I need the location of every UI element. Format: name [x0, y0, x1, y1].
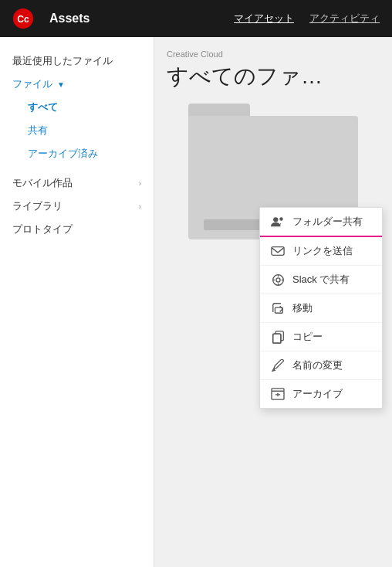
menu-icon-2 — [271, 273, 285, 287]
main-layout: 最近使用したファイル ファイル ▼ すべて 共有 アーカイブ済み モバイル作品 … — [0, 37, 392, 567]
sidebar: 最近使用したファイル ファイル ▼ すべて 共有 アーカイブ済み モバイル作品 … — [0, 37, 154, 567]
context-menu-item-6[interactable]: アーカイブ — [260, 380, 382, 408]
sidebar-subitem-shared[interactable]: 共有 — [0, 119, 154, 142]
sidebar-item-mobile[interactable]: モバイル作品 › — [0, 171, 154, 195]
context-menu-item-5[interactable]: 名前の変更 — [260, 351, 382, 380]
menu-label-3: 移動 — [292, 301, 313, 315]
menu-icon-0 — [271, 215, 285, 229]
context-menu-item-0[interactable]: フォルダー共有 — [260, 208, 382, 237]
chevron-down-icon: ▼ — [57, 80, 65, 89]
menu-label-2: Slack で共有 — [292, 273, 350, 287]
svg-rect-15 — [272, 334, 280, 343]
menu-label-6: アーカイブ — [292, 387, 343, 401]
page-title: すべてのファ… — [167, 62, 380, 91]
menu-label-5: 名前の変更 — [292, 358, 343, 372]
svg-point-8 — [275, 277, 279, 281]
sidebar-item-recent[interactable]: 最近使用したファイル — [0, 49, 154, 73]
nav-tab-my-assets[interactable]: マイアセット — [234, 8, 294, 29]
sidebar-subitem-archived[interactable]: アーカイブ済み — [0, 142, 154, 165]
chevron-right-icon: › — [139, 179, 141, 188]
nav-tab-activity[interactable]: アクティビティ — [309, 8, 380, 29]
context-menu-item-3[interactable]: 移動 — [260, 294, 382, 323]
svg-point-3 — [279, 217, 283, 221]
breadcrumb: Creative Cloud — [167, 49, 380, 59]
menu-icon-6 — [271, 387, 285, 401]
svg-rect-4 — [272, 247, 284, 256]
menu-icon-4 — [271, 330, 285, 344]
menu-icon-1 — [271, 244, 285, 258]
folder-label — [204, 219, 265, 230]
sidebar-item-files[interactable]: ファイル ▼ — [0, 73, 154, 96]
context-menu: フォルダー共有 リンクを送信 Slack で共有 — [259, 207, 383, 409]
sidebar-item-library[interactable]: ライブラリ › — [0, 195, 154, 218]
app-title: Assets — [49, 12, 218, 25]
adobe-cc-icon: Cc — [12, 8, 34, 29]
context-menu-item-2[interactable]: Slack で共有 — [260, 266, 382, 294]
top-nav: Cc Assets マイアセット アクティビティ — [0, 0, 392, 37]
menu-label-4: コピー — [292, 330, 323, 344]
sidebar-subitem-all[interactable]: すべて — [0, 96, 154, 119]
sidebar-item-prototype[interactable]: プロトタイプ — [0, 218, 154, 241]
menu-label-1: リンクを送信 — [292, 244, 353, 258]
svg-point-2 — [273, 217, 278, 222]
context-menu-item-1[interactable]: リンクを送信 — [260, 237, 382, 266]
context-menu-item-4[interactable]: コピー — [260, 323, 382, 351]
menu-icon-3 — [271, 301, 285, 315]
svg-text:Cc: Cc — [17, 14, 29, 25]
menu-label-0: フォルダー共有 — [292, 215, 363, 229]
chevron-right-icon: › — [139, 202, 141, 211]
content-area: Creative Cloud すべてのファ… フォルダー共有 — [154, 37, 392, 567]
menu-icon-5 — [271, 358, 285, 372]
